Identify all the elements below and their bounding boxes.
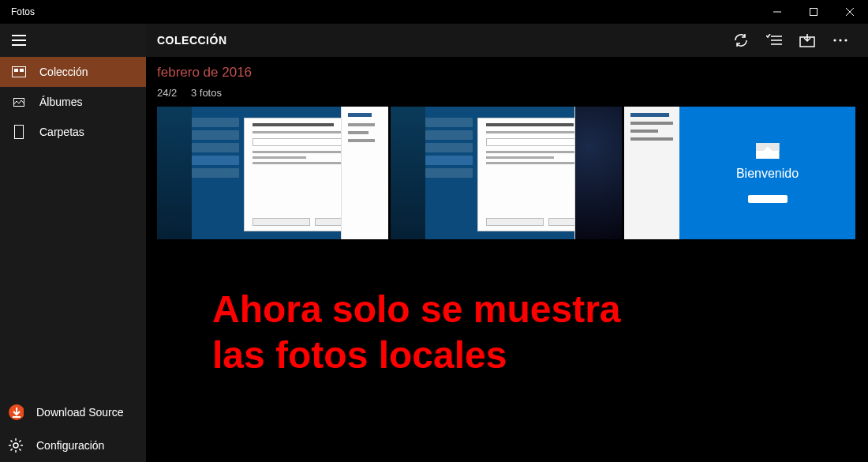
sidebar: Colección Álbumes Carpetas Download Sour… bbox=[0, 24, 146, 462]
thumbnail-row: Bienvenido bbox=[157, 107, 857, 239]
sidebar-item-albumes[interactable]: Álbumes bbox=[0, 87, 146, 117]
svg-rect-8 bbox=[14, 69, 18, 72]
sidebar-item-label: Carpetas bbox=[39, 126, 84, 138]
close-button[interactable] bbox=[832, 0, 868, 24]
photo-thumbnail[interactable] bbox=[391, 107, 622, 239]
welcome-text: Bienvenido bbox=[736, 167, 799, 181]
settings-icon bbox=[8, 438, 24, 453]
svg-point-29 bbox=[844, 39, 847, 41]
svg-rect-9 bbox=[20, 69, 24, 72]
svg-line-20 bbox=[19, 449, 21, 450]
svg-line-19 bbox=[11, 441, 13, 442]
main-area: COLECCIÓN febrero de 2016 24/2 3 fotos bbox=[146, 24, 868, 462]
annotation-line: Ahora solo se muestra bbox=[212, 287, 857, 332]
sidebar-item-download-source[interactable]: Download Source bbox=[0, 396, 146, 429]
download-source-icon bbox=[8, 404, 24, 421]
import-button[interactable] bbox=[791, 24, 824, 57]
app-title: Fotos bbox=[0, 6, 35, 17]
select-button[interactable] bbox=[758, 24, 791, 57]
sidebar-item-label: Álbumes bbox=[39, 96, 82, 108]
sidebar-item-coleccion[interactable]: Colección bbox=[0, 57, 146, 87]
svg-point-28 bbox=[839, 39, 841, 41]
refresh-button[interactable] bbox=[724, 24, 758, 57]
month-heading[interactable]: febrero de 2016 bbox=[157, 65, 857, 81]
annotation-line: las fotos locales bbox=[212, 332, 857, 378]
page-title: COLECCIÓN bbox=[157, 34, 227, 47]
maximize-button[interactable] bbox=[795, 0, 832, 24]
folders-icon bbox=[11, 125, 27, 139]
collection-icon bbox=[11, 66, 27, 77]
svg-line-21 bbox=[11, 449, 13, 450]
day-count-row: 24/2 3 fotos bbox=[157, 87, 857, 99]
svg-rect-11 bbox=[15, 126, 24, 139]
hamburger-button[interactable] bbox=[0, 24, 38, 57]
svg-point-14 bbox=[13, 443, 18, 448]
sidebar-item-label: Configuración bbox=[36, 439, 104, 452]
sidebar-item-configuracion[interactable]: Configuración bbox=[0, 429, 146, 462]
svg-rect-1 bbox=[810, 9, 817, 16]
sidebar-item-label: Colección bbox=[39, 66, 88, 78]
sidebar-item-carpetas[interactable]: Carpetas bbox=[0, 117, 146, 147]
minimize-button[interactable] bbox=[759, 0, 795, 24]
welcome-button bbox=[748, 195, 788, 203]
photo-count: 3 fotos bbox=[191, 87, 222, 99]
day-label[interactable]: 24/2 bbox=[157, 87, 177, 99]
svg-point-27 bbox=[833, 39, 836, 41]
main-header: COLECCIÓN bbox=[146, 24, 868, 57]
more-button[interactable] bbox=[824, 24, 857, 57]
welcome-subtext bbox=[767, 184, 769, 189]
photo-thumbnail[interactable]: Bienvenido bbox=[624, 107, 855, 239]
annotation-overlay: Ahora solo se muestra las fotos locales bbox=[212, 287, 857, 377]
mail-icon bbox=[756, 143, 780, 159]
svg-line-22 bbox=[19, 441, 21, 442]
albums-icon bbox=[11, 96, 27, 107]
sidebar-item-label: Download Source bbox=[36, 406, 124, 419]
window-titlebar: Fotos bbox=[0, 0, 868, 24]
content: febrero de 2016 24/2 3 fotos bbox=[146, 57, 868, 462]
photo-thumbnail[interactable] bbox=[157, 107, 388, 239]
